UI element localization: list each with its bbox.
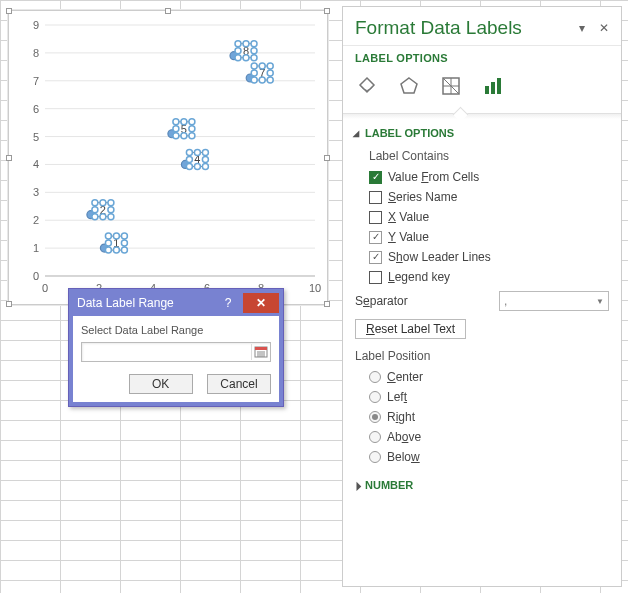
svg-point-70: [189, 126, 195, 132]
range-input[interactable]: [81, 342, 271, 362]
svg-marker-95: [401, 78, 417, 93]
svg-point-74: [251, 63, 257, 69]
svg-rect-97: [485, 86, 489, 94]
svg-rect-94: [255, 347, 267, 350]
svg-text:1: 1: [33, 242, 39, 254]
effects-icon[interactable]: [397, 74, 421, 101]
chevron-down-icon: ▼: [596, 297, 604, 306]
range-picker-icon[interactable]: [251, 344, 269, 360]
svg-point-78: [259, 63, 265, 69]
svg-point-52: [186, 149, 192, 155]
cancel-button[interactable]: Cancel: [207, 374, 271, 394]
reset-label-text-button[interactable]: Reset Label Text: [355, 319, 466, 339]
collapse-icon: ◢: [353, 129, 361, 138]
svg-text:8: 8: [33, 47, 39, 59]
svg-point-54: [186, 163, 192, 169]
svg-text:10: 10: [309, 282, 321, 294]
svg-point-68: [181, 133, 187, 139]
separator-label: Separator: [355, 294, 499, 308]
svg-point-86: [251, 41, 257, 47]
svg-point-43: [92, 214, 98, 220]
svg-point-58: [186, 156, 192, 162]
svg-point-92: [251, 48, 257, 54]
svg-point-65: [173, 133, 179, 139]
size-properties-icon[interactable]: [439, 74, 463, 101]
svg-point-56: [194, 149, 200, 155]
svg-text:0: 0: [33, 270, 39, 282]
dialog-prompt: Select Data Label Range: [81, 324, 271, 336]
svg-point-41: [92, 200, 98, 206]
position-center-radio[interactable]: Center: [369, 367, 609, 387]
svg-point-35: [113, 247, 119, 253]
svg-point-69: [173, 126, 179, 132]
dialog-help-button[interactable]: ?: [215, 293, 241, 313]
scatter-chart[interactable]: 01234567890246810124578: [17, 19, 321, 298]
y-value-checkbox[interactable]: Y Value: [369, 227, 609, 247]
svg-point-37: [121, 240, 127, 246]
x-value-checkbox[interactable]: X Value: [369, 207, 609, 227]
chart-frame[interactable]: 01234567890246810124578: [8, 10, 328, 305]
svg-point-77: [267, 77, 273, 83]
svg-point-76: [251, 77, 257, 83]
expand-icon: ◢: [351, 479, 363, 491]
svg-text:3: 3: [33, 186, 39, 198]
svg-point-42: [108, 200, 114, 206]
format-data-labels-pane: Format Data Labels ▾ ✕ LABEL OPTIONS ◢ L…: [342, 6, 622, 587]
label-options-section-header[interactable]: ◢ LABEL OPTIONS: [343, 119, 621, 141]
svg-text:4: 4: [33, 158, 39, 170]
legend-key-checkbox[interactable]: Legend key: [369, 267, 609, 287]
position-below-radio[interactable]: Below: [369, 447, 609, 467]
svg-point-45: [100, 200, 106, 206]
svg-point-36: [105, 240, 111, 246]
pane-close-icon[interactable]: ✕: [597, 21, 611, 35]
svg-point-88: [251, 55, 257, 61]
svg-point-53: [202, 149, 208, 155]
svg-point-34: [113, 233, 119, 239]
svg-point-89: [243, 41, 249, 47]
dialog-title: Data Label Range: [77, 296, 174, 310]
svg-point-79: [259, 77, 265, 83]
number-section-header[interactable]: ◢ NUMBER: [343, 471, 621, 493]
svg-point-32: [105, 247, 111, 253]
position-left-radio[interactable]: Left: [369, 387, 609, 407]
svg-point-30: [105, 233, 111, 239]
svg-text:9: 9: [33, 19, 39, 31]
svg-text:5: 5: [33, 131, 39, 143]
svg-text:6: 6: [33, 103, 39, 115]
svg-point-91: [235, 48, 241, 54]
value-from-cells-checkbox[interactable]: Value From Cells: [369, 167, 609, 187]
pane-subtitle: LABEL OPTIONS: [343, 46, 621, 74]
svg-point-31: [121, 233, 127, 239]
series-name-checkbox[interactable]: Series Name: [369, 187, 609, 207]
svg-point-67: [181, 119, 187, 125]
label-position-title: Label Position: [355, 343, 609, 367]
dialog-close-button[interactable]: ✕: [243, 293, 279, 313]
ok-button[interactable]: OK: [129, 374, 193, 394]
svg-point-48: [108, 207, 114, 213]
svg-point-66: [189, 133, 195, 139]
svg-point-63: [173, 119, 179, 125]
svg-rect-99: [497, 78, 501, 94]
svg-point-44: [108, 214, 114, 220]
svg-point-55: [202, 163, 208, 169]
svg-text:7: 7: [33, 75, 39, 87]
fill-line-icon[interactable]: [355, 74, 379, 101]
svg-point-81: [267, 70, 273, 76]
svg-point-75: [267, 63, 273, 69]
svg-point-57: [194, 163, 200, 169]
svg-point-59: [202, 156, 208, 162]
svg-point-64: [189, 119, 195, 125]
separator-combo[interactable]: , ▼: [499, 291, 609, 311]
svg-point-46: [100, 214, 106, 220]
svg-text:2: 2: [33, 214, 39, 226]
pane-menu-icon[interactable]: ▾: [575, 21, 589, 35]
show-leader-lines-checkbox[interactable]: Show Leader Lines: [369, 247, 609, 267]
position-right-radio[interactable]: Right: [369, 407, 609, 427]
svg-rect-98: [491, 82, 495, 94]
svg-text:0: 0: [42, 282, 48, 294]
svg-point-90: [243, 55, 249, 61]
svg-point-85: [235, 41, 241, 47]
svg-point-87: [235, 55, 241, 61]
label-options-icon[interactable]: [481, 74, 505, 101]
position-above-radio[interactable]: Above: [369, 427, 609, 447]
